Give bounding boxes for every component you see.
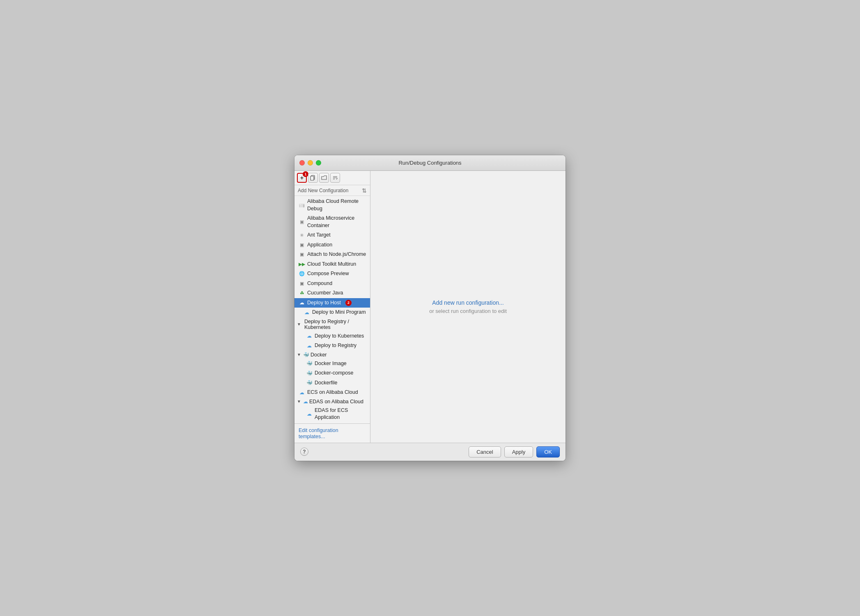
list-item-label: Docker-compose [315, 370, 353, 377]
apply-button[interactable]: Apply [504, 446, 533, 457]
list-item-label: Dockerfile [315, 379, 338, 387]
cloud-icon: ⬜ [299, 202, 305, 209]
docker-collapse-arrow: ▼ [297, 352, 301, 357]
sort-icon [332, 175, 338, 181]
nodejs-icon: ▣ [299, 251, 305, 258]
list-item-docker-image[interactable]: 🐳 Docker Image [294, 359, 370, 369]
window-title: Run/Debug Configurations [398, 160, 461, 166]
list-item-ecs-alibaba[interactable]: ☁ ECS on Alibaba Cloud [294, 388, 370, 398]
folder-icon [321, 175, 327, 180]
content-area: + 1 [294, 171, 566, 443]
minimize-button[interactable] [308, 160, 313, 165]
edas-ecs-icon: ☁ [306, 411, 313, 417]
collapse-arrow: ▼ [297, 322, 301, 326]
list-item-deploy-registry[interactable]: ☁ Deploy to Registry [294, 341, 370, 351]
copy-icon [310, 175, 316, 181]
folder-button[interactable] [319, 173, 329, 183]
list-item-edas-ecs-application[interactable]: ☁ EDAS for ECS Application [294, 406, 370, 423]
list-item-label: Cloud Toolkit Multirun [307, 261, 356, 268]
list-item-label: Deploy to Registry [315, 342, 356, 349]
list-item-label: Compose Preview [307, 270, 349, 278]
cucumber-icon: ☘ [299, 290, 305, 297]
selected-item-badge: 2 [345, 300, 352, 306]
docker-compose-icon: 🐳 [306, 370, 313, 377]
group-label: EDAS on Alibaba Cloud [309, 399, 363, 405]
list-item-label: Attach to Node.js/Chrome [307, 251, 366, 258]
list-item-deploy-mini-program[interactable]: ☁ Deploy to Mini Program [294, 308, 370, 317]
list-item-dockerfile[interactable]: 🐳 Dockerfile [294, 378, 370, 388]
deploy-host-icon: ☁ [299, 300, 305, 306]
application-icon: ▣ [299, 242, 305, 248]
list-item-label: Application [307, 241, 332, 249]
list-item-docker-compose[interactable]: 🐳 Docker-compose [294, 368, 370, 378]
docker-image-icon: 🐳 [306, 361, 313, 367]
group-edas-alibaba[interactable]: ▼ ☁ EDAS on Alibaba Cloud [294, 398, 370, 406]
close-button[interactable] [299, 160, 305, 165]
list-item-alibaba-microservice[interactable]: ▣ Alibaba Microservice Container [294, 214, 370, 230]
list-item-label: Ant Target [307, 232, 331, 239]
title-bar: Run/Debug Configurations [294, 155, 566, 171]
sidebar-list: ⬜ Alibaba Cloud Remote Debug ▣ Alibaba M… [294, 196, 370, 423]
cancel-button[interactable]: Cancel [469, 446, 501, 457]
list-item-label: Alibaba Microservice Container [307, 215, 367, 229]
kubernetes-icon: ☁ [306, 333, 313, 340]
ant-icon: ✳ [299, 232, 305, 239]
list-item-alibaba-cloud-remote[interactable]: ⬜ Alibaba Cloud Remote Debug [294, 197, 370, 214]
multirun-icon: ▶▶ [299, 261, 305, 268]
list-item-label: Cucumber Java [307, 290, 343, 297]
add-configuration-button[interactable]: + 1 [297, 173, 307, 183]
compose-icon: 🌐 [299, 271, 305, 277]
list-item-application[interactable]: ▣ Application [294, 240, 370, 250]
list-item-attach-nodejs[interactable]: ▣ Attach to Node.js/Chrome [294, 250, 370, 260]
group-docker[interactable]: ▼ 🐳 Docker [294, 351, 370, 359]
svg-text:⬜: ⬜ [299, 204, 304, 207]
list-item-label: Deploy to Host [307, 299, 341, 307]
edas-collapse-arrow: ▼ [297, 399, 301, 404]
add-run-config-link[interactable]: Add new run configuration... [429, 299, 507, 306]
sidebar-header-label: Add New Configuration [298, 188, 348, 193]
list-item-label: ECS on Alibaba Cloud [307, 389, 358, 396]
ecs-icon: ☁ [299, 389, 305, 396]
ok-button[interactable]: OK [536, 446, 560, 457]
sidebar-toolbar: + 1 [294, 171, 370, 185]
list-item-deploy-to-host[interactable]: ☁ Deploy to Host 2 [294, 298, 370, 308]
list-item-cucumber-java[interactable]: ☘ Cucumber Java [294, 288, 370, 298]
sort-button[interactable] [330, 173, 340, 183]
list-item-compound[interactable]: ▣ Compound [294, 279, 370, 289]
list-item-label: Compound [307, 280, 332, 287]
bottom-bar: ? Cancel Apply OK [294, 443, 566, 461]
empty-state-sub: or select run configuration to edit [429, 308, 507, 314]
group-deploy-registry-kubernetes[interactable]: ▼ Deploy to Registry / Kubernetes [294, 317, 370, 331]
compound-icon: ▣ [299, 280, 305, 287]
list-item-label: EDAS for ECS Application [315, 407, 367, 421]
list-item-label: Docker Image [315, 360, 347, 368]
edas-icon: ☁ [303, 399, 308, 405]
svg-rect-1 [310, 176, 314, 180]
list-item-label: Deploy to Kubernetes [315, 333, 364, 340]
help-button[interactable]: ? [300, 448, 308, 456]
list-item-ant-target[interactable]: ✳ Ant Target [294, 230, 370, 240]
run-debug-configurations-window: Run/Debug Configurations + 1 [294, 155, 566, 461]
traffic-lights [299, 160, 321, 165]
list-item-deploy-kubernetes[interactable]: ☁ Deploy to Kubernetes [294, 331, 370, 341]
sidebar-header: Add New Configuration ⇅ [294, 185, 370, 196]
group-label: Docker [310, 352, 327, 358]
group-label: Deploy to Registry / Kubernetes [304, 319, 368, 330]
copy-configuration-button[interactable] [308, 173, 318, 183]
sidebar: + 1 [294, 171, 370, 443]
main-panel: Add new run configuration... or select r… [370, 171, 566, 443]
collapse-icon[interactable]: ⇅ [362, 187, 367, 194]
dockerfile-icon: 🐳 [306, 380, 313, 386]
sidebar-footer: Edit configuration templates... [294, 423, 370, 443]
list-item-label: Alibaba Cloud Remote Debug [307, 198, 367, 212]
deploy-registry-icon: ☁ [306, 342, 313, 349]
list-item-cloud-toolkit-multirun[interactable]: ▶▶ Cloud Toolkit Multirun [294, 260, 370, 269]
add-badge: 1 [303, 171, 308, 177]
microservice-icon: ▣ [299, 219, 305, 225]
empty-state: Add new run configuration... or select r… [429, 299, 507, 314]
list-item-compose-preview[interactable]: 🌐 Compose Preview [294, 269, 370, 279]
maximize-button[interactable] [316, 160, 321, 165]
mini-program-icon: ☁ [304, 309, 310, 316]
list-item-label: Deploy to Mini Program [312, 309, 366, 316]
edit-templates-link[interactable]: Edit configuration templates... [299, 428, 338, 439]
